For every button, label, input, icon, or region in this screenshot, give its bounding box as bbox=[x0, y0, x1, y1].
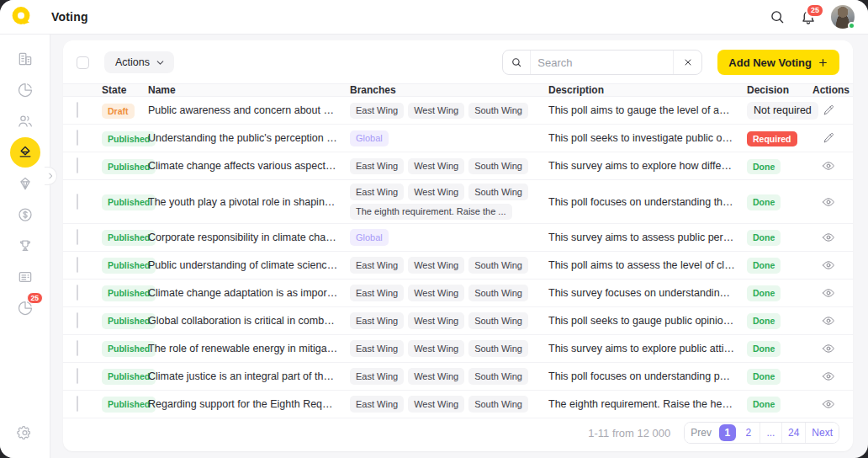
column-header-state[interactable]: State bbox=[102, 84, 148, 96]
top-bar: Voting 25 bbox=[0, 0, 868, 35]
search-icon[interactable] bbox=[769, 8, 786, 25]
sidebar-item-loyalty-diamond[interactable] bbox=[9, 168, 40, 199]
row-checkbox[interactable] bbox=[77, 130, 78, 146]
voting-description: This poll seeks to gauge public opinions… bbox=[548, 315, 747, 327]
branch-chip: West Wing bbox=[408, 285, 464, 301]
sidebar-item-company[interactable] bbox=[9, 43, 40, 74]
pagination-ellipsis[interactable]: ... bbox=[760, 423, 781, 443]
pagination-prev[interactable]: Prev bbox=[685, 423, 717, 443]
table-row[interactable]: PublishedClimate change affects various … bbox=[63, 152, 853, 180]
row-checkbox[interactable] bbox=[77, 157, 78, 173]
column-header-decision[interactable]: Decision bbox=[747, 84, 812, 96]
chevron-right-icon bbox=[46, 172, 55, 180]
decision-badge: Done bbox=[747, 230, 781, 246]
decision-badge: Done bbox=[747, 285, 781, 301]
table-row[interactable]: PublishedCorporate responsibility in cli… bbox=[63, 224, 853, 252]
decision-badge: Done bbox=[747, 258, 781, 274]
table-row[interactable]: PublishedPublic understanding of climate… bbox=[63, 252, 853, 280]
actions-dropdown-label: Actions bbox=[115, 56, 150, 68]
row-checkbox[interactable] bbox=[77, 194, 78, 210]
row-checkbox[interactable] bbox=[77, 312, 78, 328]
row-checkbox[interactable] bbox=[77, 396, 78, 412]
pagination-next[interactable]: Next bbox=[805, 423, 839, 443]
table-row[interactable]: DraftPublic awareness and concern about … bbox=[63, 97, 853, 125]
sidebar-item-news-feed[interactable] bbox=[9, 261, 40, 292]
sidebar-item-users[interactable] bbox=[9, 105, 40, 136]
row-checkbox[interactable] bbox=[77, 229, 78, 245]
branch-chip: East Wing bbox=[350, 396, 404, 412]
select-all-checkbox[interactable] bbox=[77, 56, 89, 69]
view-eye-icon bbox=[822, 195, 835, 209]
row-checkbox[interactable] bbox=[77, 285, 78, 301]
pagination-page-24[interactable]: 24 bbox=[781, 423, 805, 443]
column-header-name[interactable]: Name bbox=[148, 84, 350, 96]
row-view-button[interactable] bbox=[820, 285, 837, 301]
row-view-button[interactable] bbox=[820, 157, 837, 174]
sidebar-item-reports-pie[interactable]: 25 bbox=[9, 292, 40, 323]
pagination-bar: 1-11 from 12 000 Prev12...24Next bbox=[63, 418, 853, 451]
voting-name: Climate change affects various aspects o… bbox=[148, 160, 350, 172]
row-view-button[interactable] bbox=[820, 257, 837, 274]
row-edit-button[interactable] bbox=[820, 130, 837, 146]
actions-dropdown-button[interactable]: Actions bbox=[104, 51, 174, 73]
sidebar-badge: 25 bbox=[27, 292, 43, 304]
table-row[interactable]: PublishedThe role of renewable energy in… bbox=[63, 335, 853, 363]
analytics-pie-icon bbox=[17, 82, 34, 99]
pagination-page-2[interactable]: 2 bbox=[738, 423, 760, 443]
row-checkbox[interactable] bbox=[77, 340, 78, 356]
sidebar-nav: 25 bbox=[0, 35, 50, 458]
view-eye-icon bbox=[822, 342, 835, 355]
notifications-bell-icon[interactable]: 25 bbox=[800, 8, 817, 25]
table-row[interactable]: PublishedClimate justice is an integral … bbox=[63, 363, 853, 391]
row-view-button[interactable] bbox=[820, 194, 837, 210]
search-submit-icon[interactable] bbox=[503, 51, 531, 74]
table-row[interactable]: PublishedUnderstanding the public's perc… bbox=[63, 125, 853, 152]
branch-chip: South Wing bbox=[468, 285, 528, 301]
app-logo-icon bbox=[11, 6, 33, 28]
decision-badge: Done bbox=[747, 313, 781, 329]
table-header-row: State Name Branches Description Decision… bbox=[63, 83, 853, 97]
users-icon bbox=[17, 113, 34, 130]
voting-ballot-icon bbox=[17, 144, 34, 161]
row-checkbox[interactable] bbox=[77, 368, 78, 384]
view-eye-icon bbox=[822, 258, 835, 272]
search-clear-icon[interactable] bbox=[673, 51, 701, 74]
row-edit-button[interactable] bbox=[820, 102, 837, 119]
user-avatar[interactable] bbox=[831, 5, 855, 29]
notification-count-badge: 25 bbox=[806, 3, 824, 18]
sidebar-item-analytics-pie[interactable] bbox=[9, 74, 40, 105]
row-view-button[interactable] bbox=[820, 368, 837, 385]
table-row[interactable]: PublishedThe youth play a pivotal role i… bbox=[63, 180, 853, 224]
table-row[interactable]: PublishedClimate change adaptation is as… bbox=[63, 280, 853, 307]
sidebar-item-awards-trophy[interactable] bbox=[9, 230, 40, 261]
row-view-button[interactable] bbox=[820, 312, 837, 329]
decision-badge: Done bbox=[747, 397, 781, 413]
branch-chip: East Wing bbox=[350, 158, 404, 174]
branch-chip: South Wing bbox=[468, 257, 528, 273]
row-checkbox[interactable] bbox=[77, 102, 78, 118]
table-row[interactable]: PublishedRegarding support for the Eight… bbox=[63, 391, 853, 418]
column-header-branches[interactable]: Branches bbox=[350, 84, 548, 96]
decision-badge: Done bbox=[747, 369, 781, 385]
branch-chip: East Wing bbox=[350, 184, 404, 200]
branches-cell: East WingWest WingSouth Wing bbox=[350, 99, 548, 122]
branches-cell: East WingWest WingSouth Wing bbox=[350, 155, 548, 178]
row-view-button[interactable] bbox=[820, 340, 837, 357]
row-view-button[interactable] bbox=[820, 229, 837, 246]
sidebar-item-voting-ballot[interactable] bbox=[9, 136, 40, 168]
branch-chip: South Wing bbox=[468, 103, 528, 119]
column-header-description[interactable]: Description bbox=[548, 84, 747, 96]
branch-chip: East Wing bbox=[350, 103, 404, 119]
branch-chip: Global bbox=[350, 229, 389, 245]
sidebar-item-settings[interactable] bbox=[9, 417, 40, 448]
add-new-voting-button[interactable]: Add New Voting bbox=[717, 50, 839, 75]
branch-chip: South Wing bbox=[468, 396, 528, 412]
sidebar-item-finance-dollar[interactable] bbox=[9, 199, 40, 230]
row-view-button[interactable] bbox=[820, 396, 837, 413]
edit-pencil-icon bbox=[822, 104, 835, 117]
table-row[interactable]: PublishedGlobal collaboration is critica… bbox=[63, 307, 853, 335]
row-checkbox[interactable] bbox=[77, 257, 78, 273]
voting-name: Global collaboration is critical in comb… bbox=[148, 315, 350, 327]
search-input[interactable] bbox=[531, 56, 673, 69]
pagination-page-1[interactable]: 1 bbox=[719, 424, 736, 441]
